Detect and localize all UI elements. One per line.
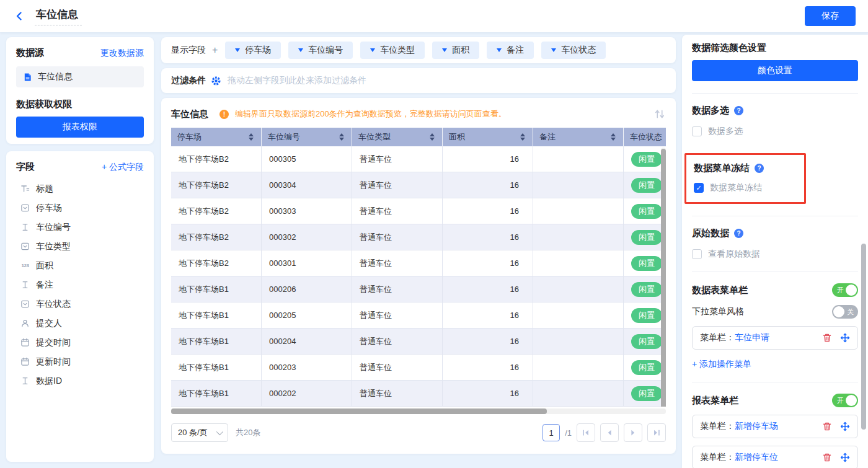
column-header[interactable]: 车位状态	[624, 128, 666, 146]
sort-order-icon[interactable]	[653, 108, 666, 120]
menu-item[interactable]: 菜单栏： 车位申请	[692, 326, 858, 350]
toggle-knob	[833, 306, 844, 317]
report-menu-toggle[interactable]: 开	[832, 394, 858, 407]
column-header[interactable]: 车位编号	[262, 128, 352, 146]
menu-item[interactable]: 菜单栏： 新增停车场	[692, 415, 858, 438]
table-cell: 普通车位	[352, 198, 443, 224]
field-item[interactable]: 备注	[16, 275, 144, 294]
table-cell: 闲置	[624, 329, 666, 355]
table-cell: 普通车位	[352, 172, 443, 198]
add-display-field-button[interactable]: +	[212, 45, 218, 56]
chevron-left-icon	[14, 11, 24, 21]
page-input[interactable]: 1	[542, 424, 560, 441]
horizontal-scrollbar[interactable]	[171, 408, 666, 414]
status-badge: 闲置	[631, 334, 662, 349]
menu-freeze-checkbox[interactable]	[694, 183, 704, 193]
column-header[interactable]: 面积	[443, 128, 533, 146]
field-item[interactable]: 车位状态	[16, 294, 144, 314]
move-icon[interactable]	[839, 453, 850, 463]
field-item[interactable]: 车位编号	[16, 218, 144, 237]
sort-carets-icon[interactable]	[249, 133, 255, 141]
question-icon[interactable]: ?	[734, 229, 743, 238]
move-icon[interactable]	[839, 333, 850, 343]
move-icon[interactable]	[839, 422, 850, 432]
status-badge: 闲置	[631, 386, 662, 401]
field-item[interactable]: 提交人	[16, 314, 144, 333]
trash-icon[interactable]	[822, 453, 832, 463]
page-size-select[interactable]: 20 条/页	[171, 423, 228, 442]
change-datasource-link[interactable]: 更改数据源	[100, 48, 144, 59]
display-field-chip[interactable]: 车位编号	[288, 42, 353, 59]
add-formula-field-link[interactable]: + 公式字段	[102, 162, 144, 173]
table-cell: 000304	[262, 172, 352, 198]
display-field-chip[interactable]: 停车场	[225, 42, 281, 59]
trash-icon[interactable]	[822, 422, 832, 432]
field-label: 备注	[36, 280, 53, 291]
table-cell: 普通车位	[352, 381, 443, 407]
display-field-chip[interactable]: 备注	[487, 42, 534, 59]
sort-carets-icon[interactable]	[339, 133, 345, 141]
sort-carets-icon[interactable]	[520, 133, 526, 141]
column-header[interactable]: 车位类型	[352, 128, 443, 146]
sort-carets-icon[interactable]	[430, 133, 436, 141]
data-permission-title: 数据获取权限	[16, 99, 144, 110]
table-cell: 000206	[262, 276, 352, 302]
table-cell	[533, 172, 624, 198]
field-item[interactable]: 车位类型	[16, 237, 144, 256]
color-setting-button[interactable]: 颜色设置	[692, 60, 858, 81]
status-badge: 闲置	[631, 178, 662, 193]
status-badge: 闲置	[631, 308, 662, 323]
display-fields-bar: 显示字段 + 停车场 车位编号 车位类型 面积 备注 车位状态	[161, 37, 676, 63]
prev-page-button[interactable]	[600, 423, 619, 442]
display-field-chip[interactable]: 车位状态	[541, 42, 606, 59]
menu-item[interactable]: 菜单栏： 新增停车位	[692, 446, 858, 468]
panel-scrollbar[interactable]	[861, 244, 866, 430]
table-menu-toggle[interactable]: 开	[832, 283, 858, 297]
datasource-item[interactable]: 车位信息	[16, 66, 144, 87]
next-page-button[interactable]	[624, 423, 642, 442]
table-cell: 闲置	[624, 198, 666, 224]
dropdown-triangle-icon	[551, 48, 556, 52]
table-menu-items: 菜单栏： 车位申请	[692, 326, 858, 350]
raw-data-title: 原始数据	[692, 227, 729, 239]
highlight-box: 数据菜单冻结 ? 数据菜单冻结	[684, 153, 806, 204]
multi-select-checkbox[interactable]	[692, 126, 702, 136]
column-header-label: 备注	[539, 131, 556, 143]
raw-data-checkbox[interactable]	[692, 249, 702, 259]
status-badge: 闲置	[631, 230, 662, 245]
vertical-scrollbar[interactable]	[661, 148, 666, 407]
field-item[interactable]: 提交时间	[16, 333, 144, 352]
filter-dropzone[interactable]: 拖动左侧字段到此处来添加过滤条件	[228, 75, 366, 86]
display-field-chip[interactable]: 车位类型	[360, 42, 425, 59]
add-action-menu-link[interactable]: + 添加操作菜单	[692, 359, 751, 370]
field-item[interactable]: 123 面积	[16, 256, 144, 275]
column-header[interactable]: 停车场	[171, 128, 262, 146]
dropdown-style-toggle[interactable]: 关	[832, 305, 858, 319]
question-icon[interactable]: ?	[755, 164, 764, 173]
notice-text: 编辑界面只取数据源前200条作为查询数据预览，完整数据请访问页面查看。	[235, 108, 647, 120]
column-header-label: 车位状态	[630, 131, 662, 143]
field-item[interactable]: 停车场	[16, 198, 144, 218]
display-field-chip[interactable]: 面积	[432, 42, 479, 59]
field-item[interactable]: 数据ID	[16, 371, 144, 391]
field-list: 标题 停车场 车位编号 车位类型 123 面积 备注 车位状态 提交人 提交时间…	[16, 179, 144, 391]
divider	[692, 272, 858, 272]
trash-icon[interactable]	[822, 333, 832, 343]
field-item[interactable]: 更新时间	[16, 352, 144, 371]
table-cell	[533, 198, 624, 224]
first-page-button[interactable]	[577, 423, 595, 442]
sort-carets-icon[interactable]	[611, 133, 617, 141]
field-item[interactable]: 标题	[16, 179, 144, 198]
question-icon[interactable]: ?	[734, 106, 743, 115]
field-label: 提交人	[36, 318, 62, 329]
last-page-button[interactable]	[647, 423, 666, 442]
table-row: 地下停车场B2000304普通车位16闲置	[171, 172, 666, 198]
fields-title: 字段	[16, 161, 35, 173]
gear-icon[interactable]	[211, 76, 221, 86]
filter-bar: 过滤条件 拖动左侧字段到此处来添加过滤条件	[161, 68, 676, 93]
report-permission-button[interactable]: 报表权限	[16, 117, 144, 138]
back-button[interactable]	[12, 9, 26, 23]
save-button[interactable]: 保存	[805, 6, 856, 26]
column-header[interactable]: 备注	[533, 128, 624, 146]
table-row: 地下停车场B1000204普通车位16闲置	[171, 329, 666, 355]
